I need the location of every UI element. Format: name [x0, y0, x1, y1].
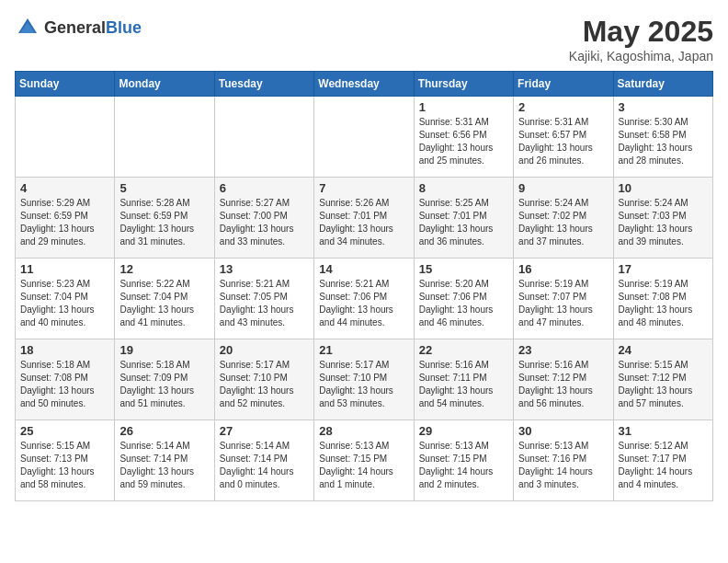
logo: GeneralBlue — [15, 15, 142, 40]
day-info: Sunrise: 5:19 AM Sunset: 7:08 PM Dayligh… — [619, 278, 708, 329]
calendar-cell: 1Sunrise: 5:31 AM Sunset: 6:56 PM Daylig… — [414, 97, 513, 178]
calendar-cell — [314, 97, 414, 178]
day-number: 13 — [220, 262, 309, 276]
weekday-header-wednesday: Wednesday — [314, 72, 414, 97]
calendar-cell: 22Sunrise: 5:16 AM Sunset: 7:11 PM Dayli… — [414, 339, 513, 420]
calendar-cell: 9Sunrise: 5:24 AM Sunset: 7:02 PM Daylig… — [514, 178, 613, 259]
weekday-header-sunday: Sunday — [16, 72, 115, 97]
day-number: 16 — [518, 262, 608, 276]
calendar-cell: 29Sunrise: 5:13 AM Sunset: 7:15 PM Dayli… — [414, 420, 513, 501]
month-title: May 2025 — [569, 15, 713, 49]
day-info: Sunrise: 5:14 AM Sunset: 7:14 PM Dayligh… — [220, 440, 309, 491]
day-info: Sunrise: 5:18 AM Sunset: 7:09 PM Dayligh… — [119, 359, 209, 410]
day-number: 11 — [20, 262, 109, 276]
calendar-cell: 3Sunrise: 5:30 AM Sunset: 6:58 PM Daylig… — [613, 97, 712, 178]
day-number: 19 — [119, 343, 209, 357]
calendar-week-1: 4Sunrise: 5:29 AM Sunset: 6:59 PM Daylig… — [16, 178, 713, 259]
day-number: 28 — [319, 424, 408, 438]
day-info: Sunrise: 5:17 AM Sunset: 7:10 PM Dayligh… — [319, 359, 408, 410]
calendar-cell: 19Sunrise: 5:18 AM Sunset: 7:09 PM Dayli… — [115, 339, 214, 420]
logo-general: General — [44, 18, 106, 37]
calendar-cell: 16Sunrise: 5:19 AM Sunset: 7:07 PM Dayli… — [514, 259, 613, 339]
day-info: Sunrise: 5:15 AM Sunset: 7:12 PM Dayligh… — [619, 359, 708, 410]
calendar-cell: 5Sunrise: 5:28 AM Sunset: 6:59 PM Daylig… — [115, 178, 214, 259]
calendar-week-2: 11Sunrise: 5:23 AM Sunset: 7:04 PM Dayli… — [16, 259, 713, 339]
calendar-cell: 28Sunrise: 5:13 AM Sunset: 7:15 PM Dayli… — [314, 420, 414, 501]
weekday-header-monday: Monday — [115, 72, 214, 97]
day-number: 26 — [119, 424, 209, 438]
logo-icon — [15, 15, 40, 40]
calendar-cell: 25Sunrise: 5:15 AM Sunset: 7:13 PM Dayli… — [16, 420, 115, 501]
day-number: 4 — [20, 181, 109, 195]
calendar-cell: 31Sunrise: 5:12 AM Sunset: 7:17 PM Dayli… — [613, 420, 712, 501]
day-info: Sunrise: 5:31 AM Sunset: 6:57 PM Dayligh… — [518, 116, 608, 167]
day-number: 3 — [619, 100, 708, 114]
day-info: Sunrise: 5:16 AM Sunset: 7:12 PM Dayligh… — [518, 359, 608, 410]
calendar-cell: 21Sunrise: 5:17 AM Sunset: 7:10 PM Dayli… — [314, 339, 414, 420]
day-number: 15 — [419, 262, 508, 276]
weekday-row: SundayMondayTuesdayWednesdayThursdayFrid… — [16, 72, 713, 97]
day-info: Sunrise: 5:23 AM Sunset: 7:04 PM Dayligh… — [20, 278, 109, 329]
day-number: 14 — [319, 262, 408, 276]
day-info: Sunrise: 5:12 AM Sunset: 7:17 PM Dayligh… — [619, 440, 708, 491]
calendar-header: SundayMondayTuesdayWednesdayThursdayFrid… — [16, 72, 713, 97]
calendar-body: 1Sunrise: 5:31 AM Sunset: 6:56 PM Daylig… — [16, 97, 713, 501]
day-info: Sunrise: 5:29 AM Sunset: 6:59 PM Dayligh… — [20, 197, 109, 248]
calendar-week-4: 25Sunrise: 5:15 AM Sunset: 7:13 PM Dayli… — [16, 420, 713, 501]
calendar-cell: 15Sunrise: 5:20 AM Sunset: 7:06 PM Dayli… — [414, 259, 513, 339]
calendar-cell: 4Sunrise: 5:29 AM Sunset: 6:59 PM Daylig… — [16, 178, 115, 259]
calendar-cell: 7Sunrise: 5:26 AM Sunset: 7:01 PM Daylig… — [314, 178, 414, 259]
day-info: Sunrise: 5:26 AM Sunset: 7:01 PM Dayligh… — [319, 197, 408, 248]
calendar-cell: 30Sunrise: 5:13 AM Sunset: 7:16 PM Dayli… — [514, 420, 613, 501]
day-number: 18 — [20, 343, 109, 357]
calendar-cell: 24Sunrise: 5:15 AM Sunset: 7:12 PM Dayli… — [613, 339, 712, 420]
day-info: Sunrise: 5:20 AM Sunset: 7:06 PM Dayligh… — [419, 278, 508, 329]
day-number: 29 — [419, 424, 508, 438]
day-number: 30 — [518, 424, 608, 438]
day-number: 24 — [619, 343, 708, 357]
day-info: Sunrise: 5:24 AM Sunset: 7:03 PM Dayligh… — [619, 197, 708, 248]
page-header: GeneralBlue May 2025 Kajiki, Kagoshima, … — [15, 15, 713, 63]
title-area: May 2025 Kajiki, Kagoshima, Japan — [569, 15, 713, 63]
day-number: 31 — [619, 424, 708, 438]
calendar-table: SundayMondayTuesdayWednesdayThursdayFrid… — [15, 71, 713, 501]
day-info: Sunrise: 5:13 AM Sunset: 7:16 PM Dayligh… — [518, 440, 608, 491]
calendar-cell: 27Sunrise: 5:14 AM Sunset: 7:14 PM Dayli… — [214, 420, 313, 501]
day-info: Sunrise: 5:30 AM Sunset: 6:58 PM Dayligh… — [619, 116, 708, 167]
calendar-cell: 6Sunrise: 5:27 AM Sunset: 7:00 PM Daylig… — [214, 178, 313, 259]
day-info: Sunrise: 5:27 AM Sunset: 7:00 PM Dayligh… — [220, 197, 309, 248]
day-info: Sunrise: 5:16 AM Sunset: 7:11 PM Dayligh… — [419, 359, 508, 410]
day-number: 20 — [220, 343, 309, 357]
calendar-cell: 11Sunrise: 5:23 AM Sunset: 7:04 PM Dayli… — [16, 259, 115, 339]
day-info: Sunrise: 5:13 AM Sunset: 7:15 PM Dayligh… — [419, 440, 508, 491]
day-number: 7 — [319, 181, 408, 195]
calendar-cell: 12Sunrise: 5:22 AM Sunset: 7:04 PM Dayli… — [115, 259, 214, 339]
weekday-header-thursday: Thursday — [414, 72, 513, 97]
calendar-cell: 20Sunrise: 5:17 AM Sunset: 7:10 PM Dayli… — [214, 339, 313, 420]
weekday-header-friday: Friday — [514, 72, 613, 97]
calendar-cell: 14Sunrise: 5:21 AM Sunset: 7:06 PM Dayli… — [314, 259, 414, 339]
day-number: 23 — [518, 343, 608, 357]
calendar-cell: 17Sunrise: 5:19 AM Sunset: 7:08 PM Dayli… — [613, 259, 712, 339]
calendar-cell: 10Sunrise: 5:24 AM Sunset: 7:03 PM Dayli… — [613, 178, 712, 259]
day-number: 25 — [20, 424, 109, 438]
weekday-header-saturday: Saturday — [613, 72, 712, 97]
day-info: Sunrise: 5:24 AM Sunset: 7:02 PM Dayligh… — [518, 197, 608, 248]
day-info: Sunrise: 5:19 AM Sunset: 7:07 PM Dayligh… — [518, 278, 608, 329]
day-info: Sunrise: 5:13 AM Sunset: 7:15 PM Dayligh… — [319, 440, 408, 491]
day-info: Sunrise: 5:22 AM Sunset: 7:04 PM Dayligh… — [119, 278, 209, 329]
day-number: 8 — [419, 181, 508, 195]
day-info: Sunrise: 5:15 AM Sunset: 7:13 PM Dayligh… — [20, 440, 109, 491]
weekday-header-tuesday: Tuesday — [214, 72, 313, 97]
calendar-cell: 13Sunrise: 5:21 AM Sunset: 7:05 PM Dayli… — [214, 259, 313, 339]
calendar-week-3: 18Sunrise: 5:18 AM Sunset: 7:08 PM Dayli… — [16, 339, 713, 420]
calendar-cell — [16, 97, 115, 178]
day-number: 17 — [619, 262, 708, 276]
day-number: 21 — [319, 343, 408, 357]
day-info: Sunrise: 5:25 AM Sunset: 7:01 PM Dayligh… — [419, 197, 508, 248]
day-number: 22 — [419, 343, 508, 357]
day-info: Sunrise: 5:18 AM Sunset: 7:08 PM Dayligh… — [20, 359, 109, 410]
calendar-cell: 8Sunrise: 5:25 AM Sunset: 7:01 PM Daylig… — [414, 178, 513, 259]
day-number: 9 — [518, 181, 608, 195]
day-number: 1 — [419, 100, 508, 114]
